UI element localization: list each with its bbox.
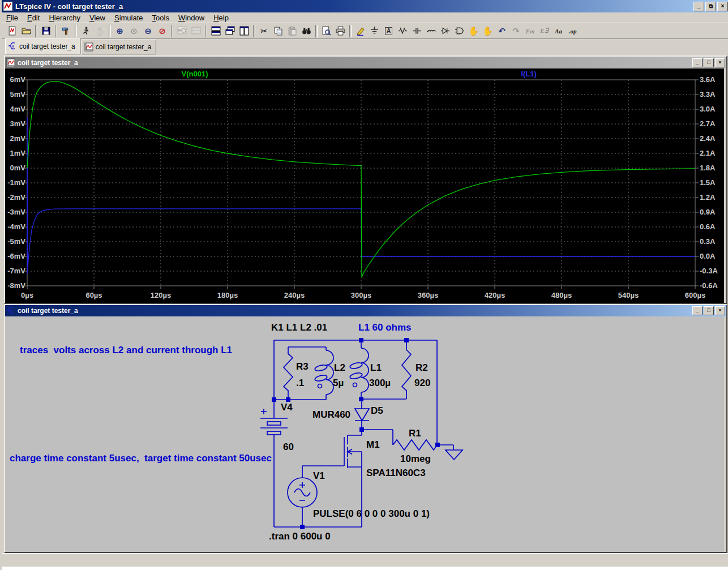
y-axis-right-tick: 1.8A — [700, 164, 715, 172]
y-axis-left-tick: -7mV — [5, 267, 25, 275]
y-axis-left-tick: -1mV — [5, 178, 25, 187]
schematic-canvas[interactable]: K1 L1 L2 .01 L1 60 ohms traces volts acr… — [5, 316, 724, 552]
component-value-R2[interactable]: 920 — [414, 378, 430, 389]
waveform-window-titlebar[interactable]: coil target tester_a _ □ × — [5, 57, 726, 68]
x-axis-tick: 60µs — [77, 291, 111, 299]
open-button[interactable] — [19, 24, 33, 38]
rotate-button[interactable]: E∃ — [537, 24, 551, 38]
inductor-button[interactable] — [424, 24, 438, 38]
mirror-button[interactable]: Em — [523, 24, 537, 38]
tab-waveform[interactable]: coil target tester_a — [82, 40, 157, 54]
waveform-icon — [6, 58, 15, 67]
tile-horizontal-button[interactable] — [209, 24, 223, 38]
component-ref-L2[interactable]: L2 — [334, 362, 345, 374]
component-ref-V1[interactable]: V1 — [313, 470, 325, 482]
component-value-R3[interactable]: .1 — [296, 378, 304, 389]
component-ref-L1[interactable]: L1 — [370, 362, 382, 374]
spice-directive-k1[interactable]: K1 L1 L2 .01 — [271, 322, 327, 333]
component-ref-R3[interactable]: R3 — [296, 361, 309, 372]
run-button[interactable] — [79, 24, 93, 38]
redo-button[interactable]: ↷ — [509, 24, 523, 38]
undo-button[interactable]: ↶ — [495, 24, 509, 38]
find-button[interactable] — [299, 24, 314, 38]
print-button[interactable] — [333, 24, 348, 38]
move-button[interactable]: ✋ — [466, 24, 481, 38]
maximize-button[interactable]: □ — [704, 58, 714, 67]
comment-traces[interactable]: traces volts across L2 and current throu… — [20, 345, 232, 356]
minimize-button[interactable]: _ — [692, 306, 703, 315]
drag-button[interactable]: ✋ — [481, 24, 495, 38]
maximize-button[interactable]: □ — [704, 306, 714, 315]
y-axis-left-tick: -6mV — [5, 252, 25, 260]
component-value-L1[interactable]: 300µ — [369, 378, 391, 389]
halt-button[interactable]: ✋ — [93, 24, 107, 38]
tile-vertical-button[interactable] — [237, 24, 251, 38]
trace-label-V(n001)[interactable]: V(n001) — [169, 70, 220, 78]
print-preview-button[interactable] — [319, 24, 333, 38]
restore-button[interactable]: ⧉ — [705, 2, 716, 11]
menu-simulate[interactable]: Simulate — [110, 13, 148, 23]
component-button[interactable] — [452, 24, 466, 38]
spice-directive-tran[interactable]: .tran 0 600u 0 — [269, 531, 331, 542]
y-axis-right-tick: 3.6A — [700, 75, 715, 84]
minimize-button[interactable]: _ — [692, 58, 703, 67]
cut-button[interactable]: ✂ — [257, 24, 271, 38]
save-button[interactable] — [39, 24, 53, 38]
minimize-button[interactable]: _ — [693, 2, 704, 11]
component-ref-R2[interactable]: R2 — [416, 362, 428, 374]
pencil-icon — [356, 26, 365, 36]
wire-button[interactable] — [353, 24, 367, 38]
control-panel-button[interactable] — [59, 24, 73, 38]
component-value-V1[interactable]: PULSE(0 6 0 0 0 300u 0 1) — [313, 508, 430, 520]
wave-icon — [177, 26, 187, 36]
component-value-M1[interactable]: SPA11N60C3 — [366, 468, 426, 479]
close-button[interactable]: × — [717, 2, 728, 11]
component-value-V4[interactable]: 60 — [283, 442, 294, 453]
component-ref-D5[interactable]: D5 — [371, 405, 383, 417]
paste-button[interactable] — [285, 24, 299, 38]
component-value-D5[interactable]: MUR460 — [312, 409, 350, 421]
close-button[interactable]: × — [715, 306, 725, 315]
spice-directive-button[interactable]: .op — [566, 24, 580, 38]
comment-l1-60-ohms[interactable]: L1 60 ohms — [358, 322, 412, 333]
copy-button[interactable] — [271, 24, 285, 38]
text-button[interactable]: Aa — [551, 24, 566, 38]
diode-button[interactable] — [438, 24, 452, 38]
component-value-R1[interactable]: 10meg — [400, 453, 431, 465]
toolbar-separator — [205, 25, 207, 37]
component-value-L2[interactable]: 5µ — [333, 378, 344, 389]
resistor-button[interactable] — [396, 24, 410, 38]
zoom-back-button[interactable]: ⊙ — [127, 24, 141, 38]
component-ref-V4[interactable]: V4 — [281, 402, 293, 413]
component-ref-R1[interactable]: R1 — [409, 428, 421, 439]
run-icon — [81, 26, 91, 36]
menu-window[interactable]: Window — [174, 13, 209, 23]
y-axis-right-tick: 3.0A — [700, 105, 715, 113]
menu-tools[interactable]: Tools — [148, 13, 174, 23]
close-button[interactable]: × — [715, 58, 725, 67]
menu-view[interactable]: View — [85, 13, 110, 23]
net-label-button[interactable]: A — [382, 24, 396, 38]
comment-time-constants[interactable]: charge time constant 5usec, target time … — [10, 453, 272, 464]
cascade-button[interactable] — [223, 24, 237, 38]
menu-edit[interactable]: Edit — [23, 13, 44, 23]
menu-hierarchy[interactable]: Hierarchy — [44, 13, 85, 23]
zoom-in-button[interactable]: ⊕ — [113, 24, 127, 38]
zoom-full-button[interactable]: ⊘ — [155, 24, 169, 38]
ground-button[interactable] — [367, 24, 382, 38]
component-ref-M1[interactable]: M1 — [366, 439, 380, 451]
doc-icon — [7, 26, 17, 36]
plot-pane-button[interactable] — [189, 24, 203, 38]
status-bar — [2, 553, 728, 567]
zoom-out-button[interactable]: ⊖ — [141, 24, 155, 38]
autorange-button[interactable] — [175, 24, 189, 38]
y-axis-right-tick: 3.3A — [700, 90, 715, 98]
waveform-plot[interactable]: 6mV5mV4mV3mV2mV1mV0mV-1mV-2mV-3mV-4mV-5m… — [5, 68, 724, 303]
tab-schematic[interactable]: coil target tester_a — [5, 38, 80, 54]
trace-label-I(L1)[interactable]: I(L1) — [503, 70, 554, 78]
new-schematic-button[interactable] — [5, 24, 19, 38]
capacitor-button[interactable] — [410, 24, 424, 38]
menu-help[interactable]: Help — [209, 13, 233, 23]
menu-file[interactable]: File — [2, 13, 23, 23]
schematic-window-titlebar[interactable]: coil target tester_a _ □ × — [5, 305, 726, 316]
